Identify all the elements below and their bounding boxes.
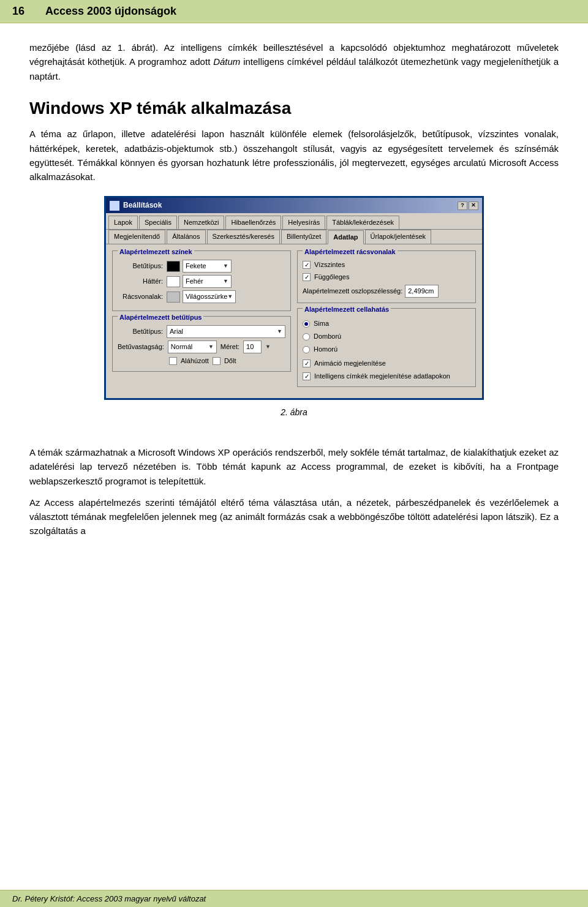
- chapter-title: Access 2003 újdonságok: [45, 5, 176, 18]
- font-weight-label: Betűvastagság:: [118, 342, 168, 352]
- bg-color-row: Háttér: Fehér ▼: [118, 275, 285, 288]
- font-name-row: Betűtípus: Arial ▼: [118, 325, 285, 338]
- font-color-swatch: [167, 261, 180, 272]
- font-size-input[interactable]: 10: [243, 341, 262, 353]
- gridlines-color-value: Világosszürke: [186, 292, 227, 302]
- vertical-checkbox[interactable]: [303, 273, 311, 281]
- font-color-row: Betűtípus: Fekete ▼: [118, 260, 285, 273]
- dialog-screenshot: Beállítások ? ✕ Lapok Speciális Nemzetkö…: [104, 196, 484, 400]
- raised-radio[interactable]: [303, 333, 310, 341]
- flat-label: Sima: [314, 318, 329, 329]
- dialog-left-panel: Alapértelmezett színek Betűtípus: Fekete…: [112, 250, 291, 392]
- page-number: 16: [12, 5, 31, 18]
- cell-radio-group: Sima Domború Homorú: [303, 318, 470, 355]
- bottom-paragraph-1: A témák származhatnak a Microsoft Window…: [29, 445, 559, 488]
- tab-billentyuzet[interactable]: Billentyűzet: [281, 230, 326, 244]
- dropdown-arrow-icon: ▼: [223, 262, 228, 271]
- font-weight-dropdown[interactable]: Normál ▼: [168, 341, 217, 353]
- dropdown-arrow-icon4: ▼: [277, 328, 282, 336]
- vertical-gridline-row: Függőleges: [303, 272, 470, 282]
- horizontal-checkbox[interactable]: [303, 261, 311, 269]
- gridlines-color-swatch: [167, 292, 180, 303]
- font-name-control: Arial ▼: [167, 325, 285, 338]
- font-name-dropdown[interactable]: Arial ▼: [167, 325, 285, 338]
- dropdown-arrow-icon2: ▼: [223, 277, 228, 286]
- tab-adatlap[interactable]: Adatlap: [328, 230, 363, 244]
- font-weight-size-row: Betűvastagság: Normál ▼ Méret: 10 ▼: [118, 341, 285, 353]
- cell-group: Alapértelmezett cellahatás Sima Domború: [297, 308, 476, 387]
- tab-lapok[interactable]: Lapok: [108, 216, 138, 229]
- flat-radio-row: Sima: [303, 318, 470, 329]
- underline-label: Aláhúzott: [181, 356, 209, 366]
- horizontal-gridline-row: Vízszintes: [303, 260, 470, 270]
- size-label: Méret:: [221, 342, 239, 352]
- horizontal-label: Vízszintes: [314, 260, 345, 270]
- font-group-label: Alapértelmezett betűtípus: [118, 312, 203, 323]
- font-name-value: Arial: [170, 326, 183, 337]
- tab-megjelenitenado[interactable]: Megjelenítendő: [108, 230, 165, 244]
- font-size-value: 10: [246, 343, 254, 350]
- flat-radio[interactable]: [303, 320, 310, 328]
- sunken-radio[interactable]: [303, 346, 310, 353]
- tab-helyesiras[interactable]: Helyesírás: [282, 216, 325, 229]
- main-content: mezőjébe (lásd az 1. ábrát). Az intellig…: [0, 23, 588, 445]
- underline-checkbox[interactable]: [169, 357, 177, 365]
- sunken-label: Homorú: [314, 344, 337, 355]
- vertical-label: Függőleges: [314, 272, 350, 282]
- font-color-value: Fekete: [186, 261, 206, 271]
- titlebar-left: Beállítások: [110, 200, 162, 211]
- bottom-content: A témák származhatnak a Microsoft Window…: [0, 445, 588, 581]
- tab-specialis[interactable]: Speciális: [139, 216, 177, 229]
- bottom-paragraph-2: Az Access alapértelmezés szerinti témájá…: [29, 495, 559, 538]
- gridlines-color-row: Rácsvonalak: Világosszürke ▼: [118, 290, 285, 303]
- smart-tags-label: Intelligens címkék megjelenítése adatlap…: [314, 371, 450, 382]
- size-arrow-icon: ▼: [265, 343, 271, 352]
- font-group: Alapértelmezett betűtípus Betűtípus: Ari…: [112, 316, 291, 372]
- dialog-right-panel: Alapértelmezett rácsvonalak Vízszintes F…: [297, 250, 476, 392]
- animation-checkbox[interactable]: [303, 359, 311, 367]
- bg-color-control: Fehér ▼: [167, 275, 285, 288]
- bg-color-dropdown[interactable]: Fehér ▼: [183, 275, 232, 288]
- animation-row: Animáció megjelenítése: [303, 358, 470, 369]
- smart-tags-row: Intelligens címkék megjelenítése adatlap…: [303, 371, 470, 382]
- gridlines-group-label: Alapértelmezett rácsvonalak: [303, 247, 398, 257]
- bg-color-swatch: [167, 276, 180, 287]
- figure-caption: 2. ábra: [29, 406, 559, 420]
- column-width-value: 2,499cm: [408, 287, 434, 295]
- font-type-label: Betűtípus:: [118, 261, 167, 271]
- footer-text: Dr. Pétery Kristóf: Access 2003 magyar n…: [12, 894, 206, 903]
- dialog-icon: [110, 201, 119, 211]
- gridlines-color-dropdown[interactable]: Világosszürke ▼: [183, 290, 236, 303]
- sunken-radio-row: Homorú: [303, 344, 470, 355]
- colors-group-label: Alapértelmezett színek: [118, 247, 194, 257]
- underline-italic-row: Aláhúzott Dőlt: [169, 356, 285, 366]
- body-paragraph-1: A téma az űrlapon, illetve adatelérési l…: [29, 127, 559, 184]
- titlebar-controls: ? ✕: [458, 201, 478, 210]
- cell-group-label: Alapértelmezett cellahatás: [303, 304, 391, 315]
- font-color-control: Fekete ▼: [167, 260, 285, 273]
- font-color-dropdown[interactable]: Fekete ▼: [183, 260, 232, 273]
- close-button[interactable]: ✕: [469, 201, 478, 210]
- tab-nemzetkozi[interactable]: Nemzetközi: [178, 216, 224, 229]
- gridlines-group: Alapértelmezett rácsvonalak Vízszintes F…: [297, 250, 476, 303]
- tab-hibaellenorzes[interactable]: Hibaellenőrzés: [225, 216, 281, 229]
- tab-urlapok[interactable]: Űrlapok/jelentések: [365, 230, 432, 244]
- tab-altalanos[interactable]: Általános: [167, 230, 205, 244]
- font-weight-value: Normál: [171, 342, 192, 352]
- gridlines-color-label: Rácsvonalak:: [118, 292, 167, 302]
- column-width-row: Alapértelmezett oszlopszélesség: 2,499cm: [303, 285, 470, 298]
- italic-checkbox[interactable]: [213, 357, 221, 365]
- footer-bar: Dr. Pétery Kristóf: Access 2003 magyar n…: [0, 890, 588, 907]
- gridlines-color-control: Világosszürke ▼: [167, 290, 285, 303]
- intro-paragraph: mezőjébe (lásd az 1. ábrát). Az intellig…: [29, 40, 559, 83]
- column-width-label: Alapértelmezett oszlopszélesség:: [303, 286, 402, 296]
- raised-radio-row: Domború: [303, 331, 470, 342]
- smart-tags-checkbox[interactable]: [303, 372, 311, 380]
- tab-szerkesztes[interactable]: Szerkesztés/keresés: [207, 230, 280, 244]
- bg-color-value: Fehér: [186, 276, 203, 287]
- help-button[interactable]: ?: [458, 201, 467, 210]
- column-width-input[interactable]: 2,499cm: [405, 285, 439, 298]
- dropdown-arrow-icon3: ▼: [227, 293, 233, 301]
- dropdown-arrow-icon5: ▼: [208, 343, 214, 352]
- tab-tablak[interactable]: Táblák/lekérdezések: [326, 216, 399, 229]
